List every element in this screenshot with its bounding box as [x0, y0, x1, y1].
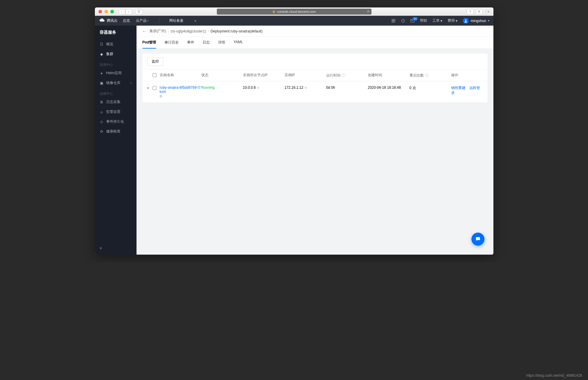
- pod-name-link[interactable]: ruby-sinatra-6f5dd9769-t7kxm: [160, 85, 201, 94]
- table-header: 实例名称 状态 实例所在节点IP 实例IP 运行时间i 创建时间 重启次数i 操…: [142, 69, 487, 81]
- th-ops: 操作: [451, 73, 483, 78]
- window-maximize[interactable]: [110, 10, 114, 13]
- avatar: [463, 18, 469, 24]
- svg-rect-1: [394, 19, 395, 20]
- browser-forward[interactable]: ›: [126, 9, 132, 14]
- cell-ops: 销毁重建 远程登录: [451, 85, 483, 96]
- breadcrumb-current: Deployment:ruby-sinatra(default): [211, 29, 263, 33]
- nav-divider: [159, 18, 159, 23]
- fee-menu[interactable]: 费用▾: [448, 18, 457, 23]
- share-icon[interactable]: ⇧: [467, 9, 474, 14]
- breadcrumb-back[interactable]: ←: [142, 29, 147, 34]
- checkbox-row[interactable]: [153, 86, 156, 90]
- clock-icon[interactable]: [401, 19, 405, 23]
- mail-icon[interactable]: 14: [410, 19, 415, 23]
- chevron-down-icon: ▾: [130, 82, 132, 85]
- action-destroy-recreate[interactable]: 销毁重建: [451, 86, 465, 90]
- brand-logo[interactable]: 腾讯云: [99, 18, 117, 24]
- th-podip: 实例IP: [285, 73, 326, 78]
- nav-products[interactable]: 云产品▾: [136, 18, 149, 23]
- nav-overview[interactable]: 总览: [123, 18, 130, 23]
- chevron-down-icon: ▾: [148, 19, 149, 22]
- sidebar-logs[interactable]: 🗎 日志采集: [95, 97, 137, 107]
- sidebar-overview[interactable]: ☷ 概览: [95, 39, 137, 49]
- nav-add[interactable]: +: [194, 18, 197, 23]
- info-icon[interactable]: i: [342, 74, 345, 77]
- work-order-menu[interactable]: 工单▾: [432, 18, 442, 23]
- cell-name: ruby-sinatra-6f5dd9769-t7kxm ⧉: [160, 85, 201, 98]
- window-minimize[interactable]: [104, 10, 108, 13]
- sidebar-collapse[interactable]: ≡: [100, 246, 102, 250]
- new-tab[interactable]: +: [486, 9, 491, 14]
- info-icon[interactable]: i: [425, 74, 429, 77]
- console-header: 腾讯云 总览 云产品▾ 网站备案 + 14 帮助 工单▾ 费用▾ mingshu…: [95, 16, 493, 26]
- sidebar-persist[interactable]: ◇ 事件持久化: [95, 117, 137, 127]
- toolbox-icon[interactable]: [391, 19, 396, 23]
- persist-icon: ◇: [100, 120, 104, 124]
- url-bar[interactable]: 🔒 console.cloud.tencent.com ⟳: [217, 9, 371, 15]
- cell-restarts: 0 次: [410, 85, 451, 91]
- window-close[interactable]: [98, 10, 102, 13]
- tab-details[interactable]: 详情: [218, 37, 225, 49]
- th-nodeip: 实例所在节点IP: [243, 73, 285, 78]
- th-name: 实例名称: [160, 73, 201, 78]
- brand-text: 腾讯云: [107, 18, 117, 23]
- chevron-down-icon: ▾: [456, 19, 457, 23]
- sidebar: 容器服务 ☷ 概览 ◈ 集群 应用中心 ⎈ Helm应用 ▣ 镜像仓库 ▾ 运维…: [95, 26, 137, 255]
- main-content: ← 集群(广州) / cls-ogtp4o8g(cluster1) / Depl…: [137, 26, 493, 255]
- helm-icon: ⎈: [100, 71, 104, 75]
- monitor-button[interactable]: 监控: [147, 57, 163, 66]
- th-runtime: 运行时间i: [326, 73, 368, 78]
- copy-icon[interactable]: ⧉: [160, 94, 162, 98]
- tab-logs[interactable]: 日志: [203, 37, 210, 49]
- sidebar-cluster[interactable]: ◈ 集群: [95, 49, 137, 59]
- sidebar-helm[interactable]: ⎈ Helm应用: [95, 68, 137, 78]
- checkbox-all[interactable]: [153, 73, 156, 77]
- tab-events[interactable]: 事件: [187, 37, 194, 49]
- breadcrumb-cluster[interactable]: cls-ogtp4o8g(cluster1): [171, 29, 206, 33]
- copy-icon[interactable]: ⧉: [305, 86, 307, 89]
- th-ctime: 创建时间: [368, 73, 410, 78]
- tab-yaml[interactable]: YAML: [233, 37, 243, 49]
- log-icon: 🗎: [100, 100, 104, 104]
- user-menu[interactable]: mingshun ▾: [463, 18, 489, 24]
- cell-ctime: 2020-04-18 18:16:48: [368, 85, 410, 90]
- tab-revisions[interactable]: 修订历史: [164, 37, 179, 49]
- breadcrumb-region[interactable]: 集群(广州): [150, 29, 166, 34]
- reload-icon[interactable]: ⟳: [367, 10, 370, 13]
- sidebar-alarm[interactable]: 🜂 告警设置: [95, 107, 137, 117]
- image-icon: ▣: [100, 81, 104, 85]
- grid-icon: ☷: [100, 42, 104, 46]
- tencent-cloud-icon: [99, 18, 105, 24]
- sidebar-section-ops: 运维中心: [95, 88, 137, 97]
- pods-table: 实例名称 状态 实例所在节点IP 实例IP 运行时间i 创建时间 重启次数i 操…: [142, 69, 487, 103]
- browser-sidebar-toggle[interactable]: ☰: [135, 9, 143, 14]
- sidebar-title: 容器服务: [95, 26, 137, 39]
- lock-icon: 🔒: [272, 10, 275, 13]
- expand-row[interactable]: ▶: [147, 85, 153, 89]
- help-link[interactable]: 帮助: [420, 18, 427, 23]
- nav-beian[interactable]: 网站备案: [169, 18, 184, 23]
- alarm-icon: 🜂: [100, 110, 104, 114]
- breadcrumb: ← 集群(广州) / cls-ogtp4o8g(cluster1) / Depl…: [137, 26, 493, 37]
- svg-point-6: [465, 19, 467, 21]
- copy-icon[interactable]: ⧉: [257, 86, 259, 89]
- browser-back[interactable]: ‹: [119, 9, 125, 14]
- cell-status: Running: [201, 85, 243, 90]
- chevron-down-icon: ▾: [440, 19, 442, 23]
- cell-runtime: 0d 0h: [326, 85, 368, 90]
- url-text: console.cloud.tencent.com: [277, 10, 316, 13]
- tab-pods[interactable]: Pod管理: [142, 37, 156, 49]
- tabs-icon[interactable]: ⧉: [476, 9, 483, 14]
- mail-badge: 14: [412, 17, 418, 21]
- svg-rect-2: [392, 21, 393, 22]
- sidebar-section-app: 应用中心: [95, 59, 137, 68]
- svg-rect-0: [392, 19, 393, 20]
- chat-fab[interactable]: [471, 233, 484, 246]
- cluster-icon: ◈: [100, 52, 104, 56]
- sidebar-image-repo[interactable]: ▣ 镜像仓库 ▾: [95, 78, 137, 88]
- sidebar-health[interactable]: ⟳ 健康检查: [95, 127, 137, 136]
- cell-nodeip: 10.0.0.6⧉: [243, 85, 285, 90]
- th-restarts: 重启次数i: [410, 73, 451, 78]
- pods-card: 监控 实例名称 状态 实例所在节点IP 实例IP 运行时间i 创建时间: [142, 54, 487, 103]
